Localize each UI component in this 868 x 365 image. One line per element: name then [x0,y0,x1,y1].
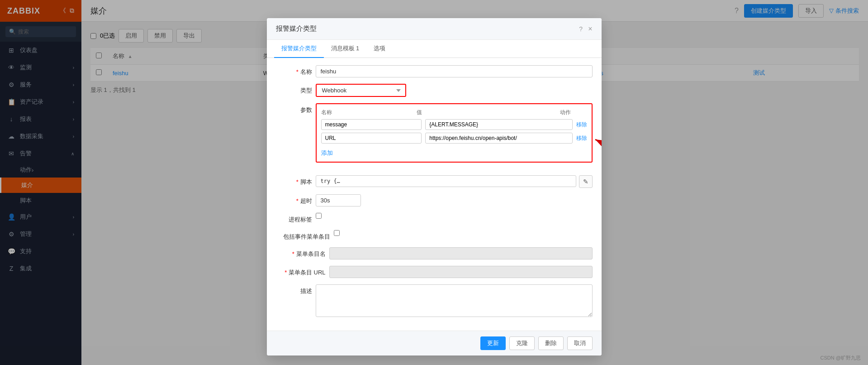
type-field-wrap: Webhook Email SMS Script [316,84,406,97]
description-textarea[interactable] [316,284,593,317]
script-label: 脚本 [276,175,312,186]
dialog-close-icon[interactable]: × [588,25,592,33]
dialog-header-icons: ? × [579,25,592,33]
delete-button[interactable]: 删除 [538,336,564,350]
tab-options[interactable]: 选项 [366,40,393,58]
params-header: 名称 值 动作 [321,109,587,116]
clone-button[interactable]: 克隆 [509,336,535,350]
include-events-label: 包括事件菜单条目 [276,230,330,241]
params-row-0: 移除 [321,119,587,130]
type-label: 类型 [276,84,312,95]
script-edit-button[interactable]: ✎ [579,175,593,188]
remove-param-0[interactable]: 移除 [576,121,587,129]
cancel-button[interactable]: 取消 [567,336,593,350]
tab-template[interactable]: 消息模板 1 [324,40,367,58]
menu-url-input[interactable] [329,266,593,278]
form-row-script: 脚本 ✎ [276,175,593,188]
params-outer: 名称 值 动作 移除 移除 [316,103,593,169]
params-row-1: 移除 [321,133,587,144]
form-row-process-tag: 进程标签 [276,213,593,224]
name-input[interactable] [316,65,593,77]
media-type-dialog: 报警媒介类型 ? × 报警媒介类型 消息模板 1 选项 名称 类型 Webhoo [267,18,602,355]
form-row-menu-url: 菜单条目 URL [276,266,593,278]
form-row-params: 参数 名称 值 动作 移除 [276,103,593,169]
dialog-tabs: 报警媒介类型 消息模板 1 选项 [267,40,602,58]
form-row-description: 描述 [276,284,593,317]
type-select[interactable]: Webhook Email SMS Script [318,86,403,95]
add-param-link[interactable]: 添加 [321,149,333,157]
script-input[interactable] [316,175,576,187]
param-name-input-1[interactable] [321,133,422,144]
process-tag-label: 进程标签 [276,213,312,224]
params-label: 参数 [276,103,312,114]
svg-line-1 [595,139,601,162]
remove-param-1[interactable]: 移除 [576,134,587,142]
form-row-menu-name: 菜单条目名 [276,247,593,259]
name-label: 名称 [276,65,312,76]
description-label: 描述 [276,284,312,295]
params-section: 名称 值 动作 移除 移除 [316,103,593,163]
dialog-footer: 更新 克隆 删除 取消 [267,331,602,355]
menu-name-label: 菜单条目名 [276,247,326,258]
menu-url-label: 菜单条目 URL [276,266,326,277]
timeout-input[interactable] [316,194,361,207]
include-events-checkbox[interactable] [334,230,340,236]
tab-main[interactable]: 报警媒介类型 [274,40,324,58]
timeout-label: 超时 [276,194,312,205]
form-row-name: 名称 [276,65,593,77]
param-value-input-1[interactable] [425,133,572,144]
params-col-action-header: 动作 [560,109,587,116]
form-row-timeout: 超时 [276,194,593,207]
params-col-name-header: 名称 [321,109,417,116]
dialog-title: 报警媒介类型 [276,24,317,33]
form-row-include-events: 包括事件菜单条目 [276,230,593,241]
dialog-body: 名称 类型 Webhook Email SMS Script 参数 [267,58,602,331]
dialog-overlay: 报警媒介类型 ? × 报警媒介类型 消息模板 1 选项 名称 类型 Webhoo [0,0,868,365]
params-col-value-header: 值 [417,109,560,116]
param-name-input-0[interactable] [321,119,422,130]
update-button[interactable]: 更新 [480,336,506,350]
dialog-help-icon[interactable]: ? [579,25,583,33]
process-tag-checkbox[interactable] [316,213,322,219]
dialog-header: 报警媒介类型 ? × [267,18,602,40]
form-row-type: 类型 Webhook Email SMS Script [276,84,593,97]
param-value-input-0[interactable] [425,119,572,130]
menu-name-input[interactable] [329,247,593,259]
